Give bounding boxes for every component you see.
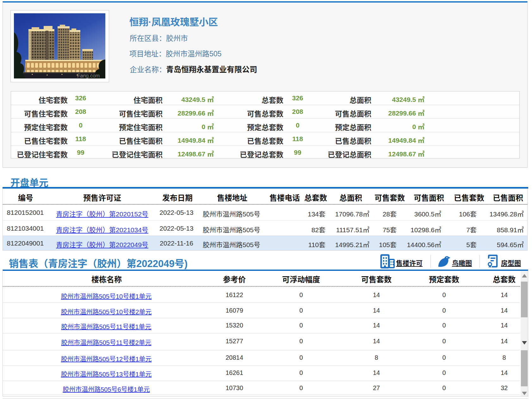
svg-text:Fang.com: Fang.com	[77, 73, 100, 78]
